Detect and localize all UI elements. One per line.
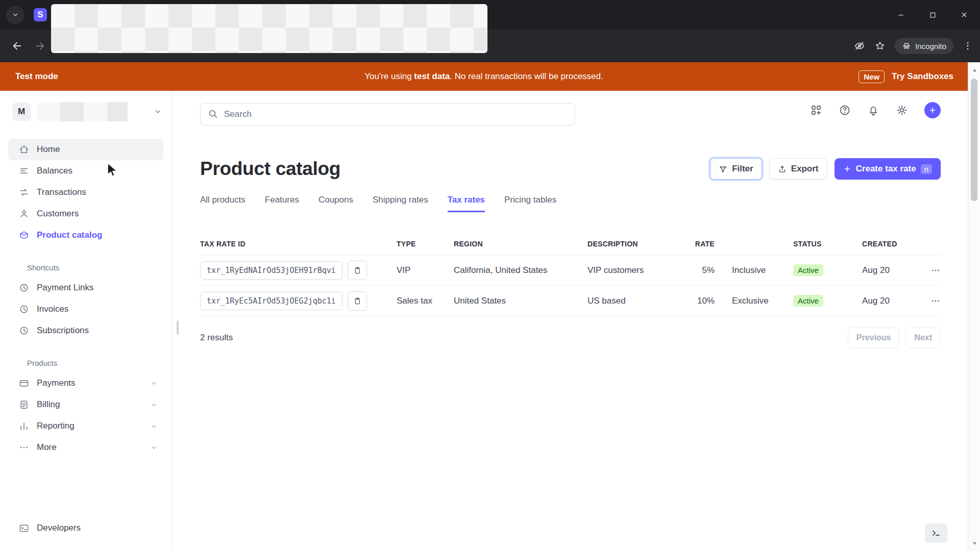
settings-gear-icon[interactable] — [896, 104, 908, 116]
create-menu-button[interactable] — [924, 102, 941, 118]
row-overflow-menu-button[interactable] — [930, 296, 941, 306]
chevron-down-icon — [151, 402, 157, 408]
sidebar-item-customers[interactable]: Customers — [8, 203, 163, 224]
bookmark-star-icon[interactable] — [874, 40, 886, 52]
rate-cell: 10% — [692, 296, 717, 306]
notifications-bell-icon[interactable] — [867, 104, 879, 116]
tab-tax-rates[interactable]: Tax rates — [448, 195, 485, 212]
maximize-button[interactable] — [917, 0, 948, 30]
next-page-button[interactable]: Next — [905, 328, 941, 348]
column-header-created: CREATED — [862, 240, 919, 248]
products-heading: Products — [27, 359, 163, 367]
sidebar-item-balances[interactable]: Balances — [8, 160, 163, 182]
app-topbar — [172, 91, 968, 138]
page-scrollbar[interactable] — [968, 62, 980, 551]
shortcuts-heading: Shortcuts — [27, 263, 163, 272]
tab-shipping-rates[interactable]: Shipping rates — [373, 195, 428, 212]
sidebar-item-billing[interactable]: Billing — [8, 394, 163, 415]
tracking-protection-eye-off-icon[interactable] — [854, 40, 865, 52]
export-icon — [778, 165, 787, 173]
table-row[interactable]: txr_1RyEc5AIrOd53jOEG2jqbc1i Sales tax U… — [200, 286, 941, 316]
sidebar-item-payment-links[interactable]: Payment Links — [8, 277, 163, 298]
sidebar-item-label: Home — [37, 144, 60, 155]
copy-id-button[interactable] — [348, 261, 367, 280]
description-cell: US based — [587, 296, 692, 306]
region-cell: California, United States — [454, 265, 587, 276]
tax-rates-table: TAX RATE ID TYPE REGION DESCRIPTION RATE… — [200, 233, 941, 348]
copy-id-button[interactable] — [348, 291, 367, 311]
transactions-icon — [19, 187, 29, 197]
sidebar-item-more[interactable]: More — [8, 437, 163, 458]
sidebar-item-developers[interactable]: Developers — [8, 517, 164, 539]
column-header-status: STATUS — [793, 240, 862, 248]
sidebar-item-payments[interactable]: Payments — [8, 372, 163, 394]
create-tax-rate-label: Create tax rate — [856, 164, 916, 174]
clipboard-icon — [353, 266, 361, 274]
chevron-down-icon — [151, 423, 157, 430]
redacted-tab-and-url[interactable] — [51, 4, 487, 53]
column-header-type: TYPE — [397, 240, 454, 248]
export-button[interactable]: Export — [769, 158, 827, 180]
scrollbar-thumb[interactable] — [971, 79, 977, 201]
row-overflow-menu-button[interactable] — [930, 265, 941, 276]
table-row[interactable]: txr_1RyEdNAIrOd53jOEH91rBqvi VIP Califor… — [200, 255, 941, 286]
sidebar-item-label: Balances — [37, 166, 72, 176]
sidebar-item-label: Customers — [37, 209, 79, 219]
rate-cell: 5% — [692, 265, 717, 276]
chevron-down-icon — [151, 444, 157, 451]
sidebar-item-reporting[interactable]: Reporting — [8, 415, 163, 437]
filter-button[interactable]: Filter — [710, 158, 762, 180]
credit-card-icon — [19, 378, 29, 388]
minimize-button[interactable] — [885, 0, 917, 30]
test-mode-label: Test mode — [15, 71, 58, 82]
clipboard-icon — [353, 297, 361, 305]
close-button[interactable] — [948, 0, 980, 30]
sidebar-item-subscriptions[interactable]: Subscriptions — [8, 320, 163, 341]
back-button[interactable] — [9, 38, 26, 54]
tab-coupons[interactable]: Coupons — [318, 195, 353, 212]
stripe-dashboard: M Home Balances Transactions Customers — [0, 91, 968, 551]
scroll-up-button[interactable] — [968, 63, 980, 77]
column-header-description: DESCRIPTION — [587, 240, 692, 248]
browser-menu-icon[interactable] — [963, 41, 973, 51]
tab-search-button[interactable] — [6, 6, 24, 24]
apps-grid-icon[interactable] — [810, 104, 822, 116]
chevron-down-icon — [154, 108, 161, 115]
incognito-icon — [902, 41, 911, 51]
clock-icon — [19, 325, 29, 336]
tax-rate-id-value[interactable]: txr_1RyEdNAIrOd53jOEH91rBqvi — [200, 261, 342, 280]
developer-terminal-button[interactable] — [925, 523, 947, 543]
sidebar-item-invoices[interactable]: Invoices — [8, 298, 163, 320]
description-cell: VIP customers — [587, 265, 692, 276]
sidebar-item-label: Developers — [37, 523, 81, 533]
test-mode-message: You're using test data. No real transact… — [0, 71, 968, 82]
search-input[interactable] — [200, 103, 575, 126]
home-icon — [19, 144, 29, 155]
scroll-down-button[interactable] — [968, 537, 980, 550]
previous-page-button[interactable]: Previous — [848, 328, 900, 348]
forward-button[interactable] — [32, 38, 48, 54]
window-controls — [885, 0, 980, 30]
balances-icon — [19, 166, 29, 176]
bar-chart-icon — [19, 421, 29, 431]
create-tax-rate-button[interactable]: Create tax rate n — [835, 158, 941, 180]
column-header-tax-rate-id: TAX RATE ID — [200, 240, 397, 248]
sidebar-item-transactions[interactable]: Transactions — [8, 182, 163, 203]
sidebar-item-home[interactable]: Home — [8, 139, 163, 160]
help-icon[interactable] — [839, 104, 851, 116]
tab-features[interactable]: Features — [265, 195, 299, 212]
status-badge: Active — [793, 295, 823, 307]
plus-icon — [843, 165, 851, 173]
column-header-rate: RATE — [692, 240, 717, 248]
account-switcher[interactable]: M — [12, 102, 161, 121]
sidebar-item-label: Billing — [37, 399, 60, 410]
rate-kind-cell: Exclusive — [717, 296, 793, 306]
sidebar-item-product-catalog[interactable]: Product catalog — [8, 224, 163, 246]
tax-rate-id-value[interactable]: txr_1RyEc5AIrOd53jOEG2jqbc1i — [200, 292, 342, 310]
tab-pricing-tables[interactable]: Pricing tables — [504, 195, 556, 212]
tab-all-products[interactable]: All products — [200, 195, 246, 212]
account-avatar: M — [12, 103, 31, 121]
type-cell: VIP — [397, 265, 454, 276]
try-sandboxes-link[interactable]: Try Sandboxes — [892, 71, 953, 82]
sidebar: M Home Balances Transactions Customers — [0, 91, 172, 551]
